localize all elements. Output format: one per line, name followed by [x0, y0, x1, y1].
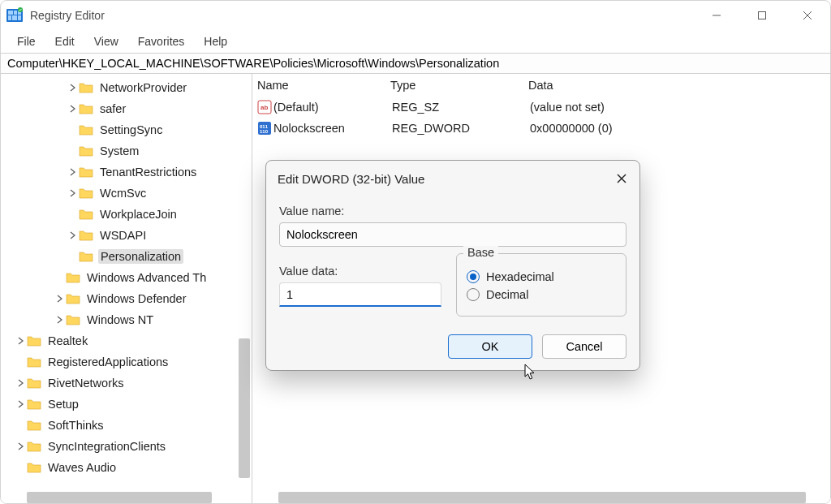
expand-chevron-icon[interactable] [67, 189, 79, 197]
tree-item-label: Personalization [98, 249, 183, 264]
tree-pane[interactable]: NetworkProvidersaferSettingSyncSystemTen… [1, 74, 252, 504]
value-name-field[interactable] [279, 222, 626, 247]
tree-item-label: RivetNetworks [46, 376, 125, 390]
ok-button[interactable]: OK [448, 334, 532, 359]
value-data-field[interactable] [279, 282, 441, 307]
svg-rect-5 [12, 15, 17, 20]
column-headers[interactable]: Name Type Data [252, 74, 830, 97]
address-bar[interactable] [1, 53, 830, 74]
folder-icon [79, 80, 95, 95]
tree-item[interactable]: SyncIntegrationClients [1, 436, 252, 457]
horizontal-scrollbar-thumb[interactable] [27, 492, 212, 503]
folder-icon [79, 228, 95, 243]
tree-item[interactable]: Windows NT [1, 309, 252, 330]
tree-item[interactable]: Waves Audio [1, 457, 252, 478]
column-data[interactable]: Data [528, 79, 830, 92]
expand-chevron-icon[interactable] [67, 84, 79, 92]
menu-file[interactable]: File [7, 32, 45, 51]
radio-decimal[interactable]: Decimal [467, 288, 616, 301]
minimize-button[interactable] [694, 1, 739, 30]
folder-icon [27, 439, 43, 454]
vertical-scrollbar-thumb[interactable] [239, 338, 250, 478]
value-row[interactable]: NolockscreenREG_DWORD0x00000000 (0) [252, 118, 830, 139]
folder-icon [79, 123, 95, 137]
folder-icon [27, 460, 43, 475]
menu-view[interactable]: View [84, 32, 128, 51]
value-name: Nolockscreen [273, 122, 392, 135]
menu-help[interactable]: Help [194, 32, 237, 51]
tree-item-label: Windows NT [85, 312, 155, 327]
horizontal-scrollbar-left[interactable] [1, 492, 252, 503]
tree-item[interactable]: TenantRestrictions [1, 162, 252, 183]
value-data-label: Value data: [279, 265, 441, 278]
tree-item-label: RegisteredApplications [46, 355, 170, 369]
svg-rect-1 [8, 11, 13, 15]
expand-chevron-icon[interactable] [15, 379, 27, 387]
tree-item[interactable]: SoftThinks [1, 415, 252, 436]
tree-item-label: Waves Audio [46, 460, 118, 475]
folder-icon [66, 270, 82, 285]
folder-icon [79, 207, 95, 222]
value-type: REG_DWORD [392, 122, 530, 135]
expand-chevron-icon[interactable] [54, 295, 66, 303]
expand-chevron-icon[interactable] [15, 442, 27, 450]
tree-item[interactable]: RivetNetworks [1, 373, 252, 394]
folder-icon [79, 101, 95, 116]
titlebar: Registry Editor [1, 1, 830, 30]
close-button[interactable] [785, 1, 830, 30]
value-data: 0x00000000 (0) [530, 122, 830, 135]
tree-item-label: TenantRestrictions [98, 165, 198, 179]
svg-rect-9 [759, 12, 766, 19]
tree-item[interactable]: SettingSync [1, 119, 252, 140]
tree-item[interactable]: WcmSvc [1, 183, 252, 204]
address-input[interactable] [6, 56, 825, 71]
folder-icon [66, 312, 82, 327]
dialog-close-button[interactable] [612, 169, 631, 188]
menu-favorites[interactable]: Favorites [128, 32, 195, 51]
column-type[interactable]: Type [390, 79, 528, 92]
tree-item[interactable]: Windows Advanced Th [1, 267, 252, 288]
horizontal-scrollbar-thumb[interactable] [278, 492, 806, 503]
tree-item-label: NetworkProvider [98, 80, 188, 95]
folder-icon [27, 376, 43, 390]
expand-chevron-icon[interactable] [15, 400, 27, 408]
menu-edit[interactable]: Edit [45, 32, 84, 51]
radio-hexadecimal[interactable]: Hexadecimal [467, 270, 616, 283]
expand-chevron-icon[interactable] [54, 316, 66, 324]
cancel-button[interactable]: Cancel [542, 334, 626, 359]
svg-rect-2 [14, 11, 17, 15]
expand-chevron-icon[interactable] [67, 231, 79, 239]
svg-rect-6 [18, 15, 21, 20]
column-name[interactable]: Name [257, 79, 390, 92]
expand-chevron-icon[interactable] [67, 168, 79, 176]
reg-dword-icon [256, 121, 273, 136]
expand-chevron-icon[interactable] [67, 105, 79, 113]
radio-icon [467, 288, 480, 301]
value-row[interactable]: (Default)REG_SZ(value not set) [252, 97, 830, 118]
horizontal-scrollbar-right[interactable] [252, 492, 830, 503]
reg-sz-icon [256, 100, 273, 114]
tree-item[interactable]: RegisteredApplications [1, 351, 252, 373]
folder-icon [27, 397, 43, 411]
tree-item[interactable]: Windows Defender [1, 288, 252, 309]
tree-item[interactable]: safer [1, 98, 252, 119]
menubar: File Edit View Favorites Help [1, 30, 830, 53]
tree-item[interactable]: System [1, 140, 252, 162]
tree-item[interactable]: Setup [1, 394, 252, 415]
maximize-button[interactable] [739, 1, 785, 30]
tree-item[interactable]: WSDAPI [1, 225, 252, 246]
value-data: (value not set) [530, 101, 830, 114]
tree-item[interactable]: Personalization [1, 246, 252, 267]
radio-dec-label: Decimal [486, 288, 528, 301]
tree-item-label: System [98, 144, 140, 158]
expand-chevron-icon[interactable] [15, 337, 27, 345]
tree-item[interactable]: WorkplaceJoin [1, 204, 252, 225]
tree-item[interactable]: Realtek [1, 330, 252, 351]
tree-item-label: Setup [46, 397, 80, 411]
value-name: (Default) [273, 101, 392, 114]
regedit-icon [6, 6, 24, 24]
folder-icon [79, 144, 95, 158]
tree-item-label: SyncIntegrationClients [46, 439, 167, 454]
folder-icon [79, 249, 95, 264]
tree-item[interactable]: NetworkProvider [1, 77, 252, 98]
